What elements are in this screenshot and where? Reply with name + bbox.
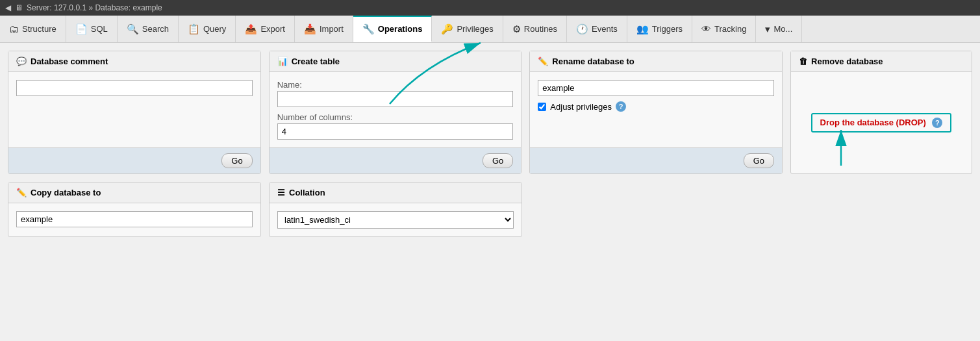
operations-icon: 🔧 [362,23,375,35]
rename-db-header: ✏️ Rename database to [530,51,782,72]
import-icon: 📥 [304,23,316,35]
rename-db-footer: Go [530,147,782,173]
tracking-icon: 👁 [701,23,711,34]
events-icon: 🕐 [576,23,588,35]
structure-icon: 🗂 [9,23,19,34]
nav-item-operations[interactable]: 🔧 Operations [353,16,433,42]
db-comment-footer: Go [8,147,260,173]
db-comment-input[interactable] [16,80,253,96]
remove-db-body: Drop the database (DROP) ? [791,72,972,173]
nav-label-more: Mo... [773,24,792,34]
triggers-icon: 👥 [636,23,649,35]
create-table-panel: 📊 Create table Name: Number of columns: … [269,51,522,174]
titlebar: ◀ 🖥 Server: 127.0.0.1 » Database: exampl… [0,0,980,16]
name-field-group: Name: [277,80,514,107]
db-comment-title: Database comment [31,57,108,66]
rename-icon: ✏️ [538,57,548,66]
nav-item-more[interactable]: ▾ Mo... [756,16,802,42]
nav-label-privileges: Privileges [457,24,493,34]
create-table-columns-input[interactable] [277,123,514,140]
nav-label-search: Search [142,24,169,34]
routines-icon: ⚙ [512,23,521,35]
sql-icon: 📄 [75,23,88,35]
rename-db-title: Rename database to [552,57,634,66]
top-row-panels: 💬 Database comment Go 📊 Create table [8,51,972,174]
nav-item-sql[interactable]: 📄 SQL [66,16,118,42]
nav-label-export: Export [260,24,285,34]
nav-item-search[interactable]: 🔍 Search [118,16,179,42]
search-icon: 🔍 [127,23,139,35]
more-icon: ▾ [765,23,770,35]
server-icon: 🖥 [15,3,23,12]
back-icon: ◀ [5,3,11,12]
nav-item-privileges[interactable]: 🔑 Privileges [432,16,503,42]
privileges-icon: 🔑 [441,23,453,35]
nav-item-routines[interactable]: ⚙ Routines [503,16,567,42]
collation-icon: ☰ [277,188,285,197]
nav-item-structure[interactable]: 🗂 Structure [0,16,66,42]
remove-db-header: 🗑 Remove database [791,51,972,72]
db-comment-icon: 💬 [16,57,27,66]
nav-label-query: Query [203,24,226,34]
titlebar-text: Server: 127.0.0.1 » Database: example [27,3,162,12]
drop-database-button[interactable]: Drop the database (DROP) ? [811,113,952,133]
rename-db-go-button[interactable]: Go [744,153,774,168]
copy-db-panel: ✏️ Copy database to [8,182,261,237]
copy-db-header: ✏️ Copy database to [8,183,260,203]
nav-label-triggers: Triggers [652,24,683,34]
nav-label-events: Events [592,24,618,34]
create-table-body: Name: Number of columns: [270,72,521,147]
drop-info-icon[interactable]: ? [932,118,942,128]
collation-header: ☰ Collation [270,183,521,203]
db-comment-panel: 💬 Database comment Go [8,51,261,174]
navbar: 🗂 Structure 📄 SQL 🔍 Search 📋 Query 📤 Exp… [0,16,980,43]
nav-label-routines: Routines [524,24,557,34]
rename-db-panel: ✏️ Rename database to Adjust privileges … [529,51,783,174]
nav-item-tracking[interactable]: 👁 Tracking [692,16,756,42]
create-table-footer: Go [270,147,521,173]
drop-label: Drop the database (DROP) [820,118,926,127]
adjust-privileges-row: Adjust privileges ? [538,101,774,112]
export-icon: 📤 [245,23,257,35]
collation-title: Collation [289,188,325,197]
query-icon: 📋 [188,23,200,35]
main-content: 💬 Database comment Go 📊 Create table [0,43,980,341]
nav-label-structure: Structure [22,24,57,34]
nav-label-operations: Operations [378,24,423,34]
copy-db-title: Copy database to [31,188,101,197]
copy-db-icon: ✏️ [16,188,27,197]
nav-item-import[interactable]: 📥 Import [295,16,353,42]
nav-item-query[interactable]: 📋 Query [179,16,236,42]
nav-item-events[interactable]: 🕐 Events [567,16,627,42]
create-table-go-button[interactable]: Go [483,153,513,168]
copy-db-body [8,203,260,236]
create-table-icon: 📊 [277,57,288,66]
collation-panel: ☰ Collation latin1_swedish_ci utf8_gener… [269,182,522,237]
remove-db-icon: 🗑 [799,57,807,66]
name-label: Name: [277,80,514,90]
adjust-privileges-info-icon[interactable]: ? [616,101,626,112]
create-table-name-input[interactable] [277,91,514,107]
remove-db-title: Remove database [811,57,883,66]
db-comment-header: 💬 Database comment [8,51,260,72]
columns-label: Number of columns: [277,112,514,122]
bottom-row-panels: ✏️ Copy database to ☰ Collation latin1_s… [8,182,972,237]
collation-body: latin1_swedish_ci utf8_general_ci utf8mb… [270,203,521,236]
rename-db-input[interactable] [538,80,774,96]
adjust-privileges-checkbox[interactable] [538,103,546,111]
adjust-privileges-label: Adjust privileges [550,102,612,112]
nav-label-tracking: Tracking [714,24,746,34]
create-table-title: Create table [292,57,340,66]
nav-item-export[interactable]: 📤 Export [236,16,295,42]
nav-item-triggers[interactable]: 👥 Triggers [627,16,692,42]
columns-field-group: Number of columns: [277,112,514,140]
rename-db-body: Adjust privileges ? [530,72,782,147]
remove-db-panel: 🗑 Remove database Drop the database (DRO… [790,51,972,174]
create-table-header: 📊 Create table [270,51,521,72]
db-comment-go-button[interactable]: Go [221,153,252,168]
collation-select[interactable]: latin1_swedish_ci utf8_general_ci utf8mb… [277,211,514,229]
nav-label-sql: SQL [91,24,108,34]
nav-label-import: Import [320,24,344,34]
db-comment-body [8,72,260,147]
copy-db-input[interactable] [16,211,253,227]
